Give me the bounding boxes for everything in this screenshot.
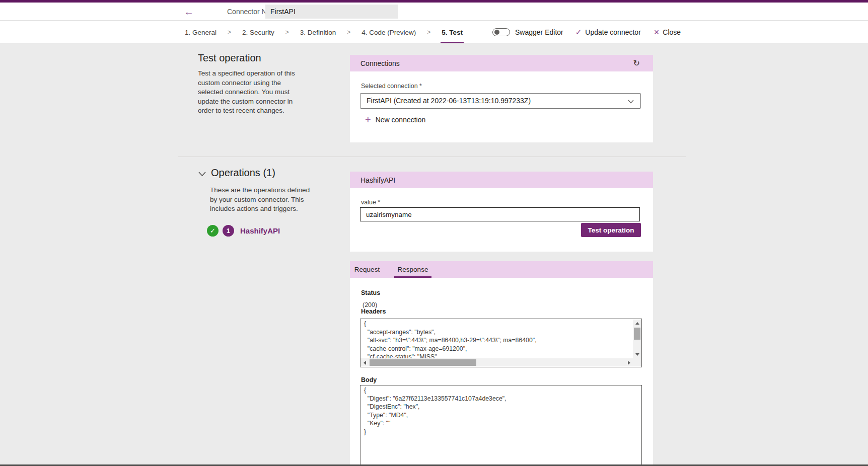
status-label: Status [361, 289, 380, 296]
check-icon: ✓ [575, 28, 582, 37]
chevron-down-icon [198, 172, 206, 176]
refresh-icon: ↻ [633, 59, 640, 67]
tab-code-preview[interactable]: 4. Code (Preview) [360, 21, 417, 43]
section-divider [178, 157, 686, 157]
operation-count-badge: 1 [223, 225, 234, 237]
tab-definition[interactable]: 3. Definition [299, 21, 337, 43]
scroll-right-arrow[interactable] [625, 358, 633, 367]
chevron-down-icon [628, 100, 634, 104]
close-label: Close [663, 28, 681, 36]
connector-name-input[interactable] [265, 5, 398, 19]
page: ← Connector Name 1. General > 2. Securit… [0, 0, 868, 466]
plus-icon: + [365, 115, 371, 125]
operations-header[interactable]: Operations (1) [198, 167, 275, 179]
vertical-scrollbar[interactable] [633, 319, 641, 358]
test-operation-title: Test operation [198, 52, 261, 64]
operation-panel: HashifyAPI value * Test operation [350, 172, 653, 252]
chevron-right-icon: > [285, 29, 289, 36]
test-operation-description: Test a specified operation of this custo… [198, 69, 306, 116]
connections-panel-title: Connections [360, 59, 400, 67]
tab-general[interactable]: 1. General [184, 21, 218, 43]
result-panel: Request Response Status (200) Headers { … [350, 261, 653, 466]
result-panel-header: Request Response [350, 261, 653, 278]
body-label: Body [361, 376, 377, 383]
operation-list-item: ✓ 1 HashifyAPI [207, 225, 280, 237]
update-connector-button[interactable]: ✓ Update connector [575, 28, 641, 37]
toggle-knob [494, 30, 499, 35]
success-check-icon: ✓ [207, 225, 219, 237]
operation-panel-title: HashifyAPI [360, 176, 395, 184]
headers-content: { "accept-ranges": "bytes", "alt-svc": "… [360, 319, 633, 358]
chevron-right-icon: > [347, 29, 350, 36]
close-button[interactable]: × Close [654, 28, 681, 36]
tab-bar-actions: Swagger Editor ✓ Update connector × Clos… [492, 21, 681, 43]
new-connection-button[interactable]: + New connection [365, 114, 425, 126]
body-content: { "Digest": "6a27f62113e133557741c107a4d… [360, 385, 641, 466]
selected-connection-label: Selected connection * [361, 83, 422, 90]
status-value: (200) [363, 301, 377, 308]
scroll-up-arrow[interactable] [633, 319, 641, 327]
scrollbar-corner [633, 358, 641, 367]
wizard-tab-bar: 1. General > 2. Security > 3. Definition… [0, 21, 868, 43]
operation-panel-header: HashifyAPI [350, 172, 653, 188]
vertical-scrollbar-thumb[interactable] [634, 328, 640, 340]
tab-security[interactable]: 2. Security [241, 21, 275, 43]
update-connector-label: Update connector [585, 28, 641, 36]
operations-title: Operations (1) [211, 167, 275, 179]
value-label: value * [361, 199, 380, 206]
body-textarea[interactable]: { "Digest": "6a27f62113e133557741c107a4d… [360, 385, 642, 466]
close-icon: × [654, 29, 660, 36]
value-input[interactable] [360, 207, 640, 221]
chevron-right-icon: > [427, 29, 430, 36]
headers-label: Headers [361, 308, 386, 315]
scroll-left-arrow[interactable] [360, 358, 369, 367]
new-connection-label: New connection [376, 116, 426, 124]
tab-test[interactable]: 5. Test [441, 21, 464, 43]
scroll-down-arrow[interactable] [633, 350, 641, 358]
refresh-button[interactable]: ↻ [633, 55, 640, 71]
chevron-right-icon: > [228, 29, 231, 36]
connection-select[interactable]: FirstAPI (Created at 2022-06-13T13:19:10… [360, 93, 641, 109]
connections-panel: Connections ↻ Selected connection * Firs… [350, 55, 653, 142]
tab-response[interactable]: Response [394, 261, 431, 278]
headers-textarea[interactable]: { "accept-ranges": "bytes", "alt-svc": "… [360, 319, 642, 367]
app-header: ← Connector Name [0, 3, 868, 21]
back-button[interactable]: ← [181, 3, 196, 21]
swagger-editor-toggle[interactable] [492, 28, 510, 36]
operation-link[interactable]: HashifyAPI [240, 226, 280, 235]
connection-select-value: FirstAPI (Created at 2022-06-13T13:19:10… [367, 94, 531, 108]
horizontal-scrollbar-thumb[interactable] [370, 359, 476, 366]
connections-panel-header: Connections ↻ [350, 55, 653, 71]
swagger-editor-label: Swagger Editor [515, 28, 563, 36]
test-operation-button[interactable]: Test operation [581, 223, 641, 237]
operations-description: These are the operations defined by your… [210, 186, 313, 214]
horizontal-scrollbar[interactable] [360, 358, 633, 367]
back-arrow-icon: ← [184, 6, 194, 17]
wizard-steps: 1. General > 2. Security > 3. Definition… [184, 21, 464, 43]
tab-request[interactable]: Request [350, 261, 384, 278]
